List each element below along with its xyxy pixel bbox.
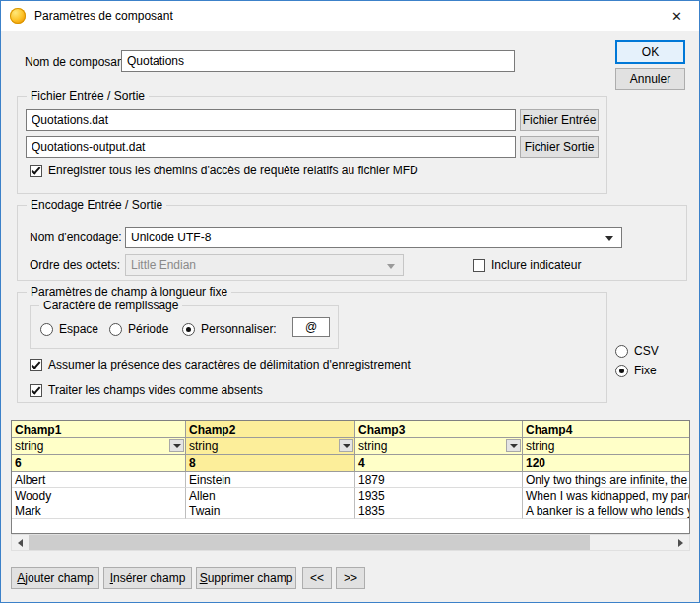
checkbox-box	[30, 384, 42, 397]
column-header[interactable]: Champ3	[355, 421, 523, 438]
fixed-length-group: Paramètres de champ à longueur fixe Cara…	[17, 292, 607, 403]
table-cell[interactable]: Twain	[186, 503, 355, 519]
length-cell[interactable]: 8	[186, 455, 355, 472]
component-name-input[interactable]	[121, 50, 515, 72]
component-settings-dialog: Paramètres de composant ✕ Nom de composa…	[0, 0, 700, 603]
table-row: AlbertEinstein1879Only two things are in…	[12, 472, 690, 488]
radio-circle	[615, 345, 628, 358]
file-io-group-title: Fichier Entrée / Sortie	[27, 89, 149, 102]
table-cell[interactable]: Only two things are infinite, the u	[523, 472, 690, 488]
type-cell[interactable]: string	[12, 438, 186, 455]
include-bom-label: Inclure indicateur	[491, 258, 581, 272]
encoding-group: Encodage Entrée / Sortie Nom d'encodage:…	[17, 205, 687, 281]
fill-espace-label: Espace	[59, 322, 98, 336]
encoding-name-select[interactable]: Unicode UTF-8	[125, 227, 622, 248]
scroll-thumb[interactable]	[29, 535, 590, 550]
format-fixe-radio[interactable]: Fixe	[615, 364, 657, 377]
table-cell[interactable]: 1879	[355, 472, 523, 488]
type-value: string	[15, 439, 43, 453]
treat-empty-checkbox[interactable]: Traiter les champs vides comme absents	[30, 383, 263, 397]
type-value: string	[189, 439, 218, 453]
titlebar: Paramètres de composant ✕	[1, 1, 699, 31]
column-header[interactable]: Champ1	[12, 421, 186, 438]
type-dropdown-arrow-icon[interactable]	[169, 439, 184, 452]
encoding-name-label: Nom d'encodage:	[30, 231, 122, 244]
save-relative-checkbox[interactable]: Enregistrer tous les chemins d'accès de …	[30, 164, 418, 177]
type-dropdown-arrow-icon[interactable]	[506, 439, 521, 452]
table-header-row: Champ1Champ2Champ3Champ4	[12, 421, 690, 438]
treat-empty-label: Traiter les champs vides comme absents	[48, 383, 263, 397]
assume-delimiters-checkbox[interactable]: Assumer la présence des caractères de dé…	[30, 358, 411, 371]
table-row: MarkTwain1835A banker is a fellow who le…	[12, 503, 690, 519]
column-header[interactable]: Champ4	[523, 421, 690, 438]
encoding-name-value: Unicode UTF-8	[131, 231, 211, 244]
insert-field-button[interactable]: Insérer champ	[103, 567, 192, 589]
table-length-row: 684120	[12, 455, 690, 472]
byte-order-label: Ordre des octets:	[30, 258, 120, 272]
table-cell[interactable]: When I was kidnapped, my paren	[523, 488, 690, 503]
table-cell[interactable]: Mark	[12, 503, 186, 519]
input-file-button[interactable]: Fichier Entrée	[520, 109, 599, 131]
close-icon[interactable]: ✕	[655, 1, 699, 31]
radio-circle	[40, 323, 53, 336]
input-file-field[interactable]	[26, 109, 516, 131]
file-io-group: Fichier Entrée / Sortie Fichier Entrée F…	[17, 96, 607, 194]
chevron-down-icon	[387, 264, 395, 269]
length-cell[interactable]: 4	[355, 455, 523, 472]
h-scrollbar[interactable]	[11, 534, 690, 551]
move-left-button[interactable]: <<	[302, 567, 332, 589]
chevron-down-icon	[605, 236, 613, 241]
cancel-button[interactable]: Annuler	[615, 68, 685, 90]
fill-char-group: Caractère de remplissage Espace Période …	[30, 305, 339, 349]
output-file-field[interactable]	[26, 136, 516, 158]
output-file-button[interactable]: Fichier Sortie	[520, 136, 599, 158]
byte-order-value: Little Endian	[131, 258, 196, 272]
scroll-left-button[interactable]	[12, 535, 29, 550]
byte-order-select: Little Endian	[125, 254, 404, 276]
type-dropdown-arrow-icon[interactable]	[339, 439, 353, 452]
table-cell[interactable]: Albert	[12, 472, 186, 488]
table-cell[interactable]: 1835	[355, 503, 523, 519]
fill-custom-input[interactable]	[292, 317, 330, 337]
table-cell[interactable]: Einstein	[186, 472, 355, 488]
component-name-label: Nom de composant:	[25, 55, 130, 69]
table-row: WoodyAllen1935When I was kidnapped, my p…	[12, 488, 690, 503]
checkbox-box	[473, 259, 485, 272]
type-cell[interactable]: string	[186, 438, 355, 455]
radio-circle	[615, 365, 628, 377]
checkbox-box	[30, 359, 42, 371]
table-cell[interactable]: 1935	[355, 488, 523, 503]
field-table: Champ1Champ2Champ3Champ4stringstringstri…	[11, 420, 690, 534]
fill-personnaliser-label: Personnaliser:	[201, 322, 277, 336]
fill-personnaliser-radio[interactable]: Personnaliser:	[182, 322, 277, 336]
arrow-right-icon	[678, 539, 683, 547]
type-value: string	[526, 439, 554, 453]
length-cell[interactable]: 6	[12, 455, 186, 472]
column-header[interactable]: Champ2	[186, 421, 355, 438]
ok-button[interactable]: OK	[615, 40, 685, 64]
length-cell[interactable]: 120	[523, 455, 690, 472]
fill-periode-label: Période	[128, 322, 168, 336]
window-title: Paramètres de composant	[34, 9, 173, 23]
type-cell[interactable]: string	[355, 438, 523, 455]
delete-field-button[interactable]: Supprimer champ	[196, 567, 296, 589]
assume-delimiters-label: Assumer la présence des caractères de dé…	[48, 358, 411, 371]
table-type-row: stringstringstringstring	[12, 438, 690, 455]
arrow-left-icon	[18, 539, 23, 547]
move-right-button[interactable]: >>	[336, 567, 365, 589]
table-cell[interactable]: A banker is a fellow who lends yo	[523, 503, 690, 519]
radio-circle	[182, 323, 195, 336]
include-bom-checkbox[interactable]: Inclure indicateur	[473, 258, 581, 272]
fill-char-group-title: Caractère de remplissage	[39, 299, 182, 312]
table-cell[interactable]: Woody	[12, 488, 186, 503]
type-value: string	[358, 439, 387, 453]
radio-circle	[109, 323, 122, 336]
fill-espace-radio[interactable]: Espace	[40, 322, 98, 336]
scroll-right-button[interactable]	[672, 535, 689, 550]
table-cell[interactable]: Allen	[186, 488, 355, 503]
format-csv-radio[interactable]: CSV	[615, 344, 659, 358]
type-cell[interactable]: string	[523, 438, 690, 455]
fixed-length-group-title: Paramètres de champ à longueur fixe	[27, 285, 231, 299]
fill-periode-radio[interactable]: Période	[109, 322, 168, 336]
add-field-button[interactable]: Ajouter champ	[11, 567, 99, 589]
